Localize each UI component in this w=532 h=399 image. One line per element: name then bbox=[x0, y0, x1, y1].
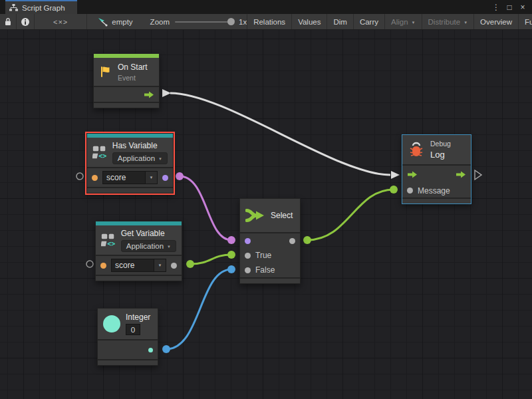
wire-endpoint[interactable] bbox=[390, 186, 398, 194]
wire-endpoint[interactable] bbox=[227, 251, 235, 259]
carry-button[interactable]: Carry bbox=[354, 14, 385, 29]
selection-icon bbox=[98, 17, 108, 27]
variable-name-input[interactable] bbox=[111, 259, 154, 272]
node-footer bbox=[98, 359, 158, 365]
value-output-port[interactable] bbox=[171, 263, 177, 269]
node-select[interactable]: Select True False bbox=[239, 198, 301, 284]
node-integer[interactable]: Integer bbox=[97, 308, 158, 366]
node-footer bbox=[96, 275, 182, 281]
name-input-port[interactable] bbox=[92, 175, 98, 181]
value-output-port[interactable] bbox=[148, 348, 153, 352]
wire-endpoint[interactable] bbox=[227, 265, 235, 273]
node-has-variable[interactable]: <> Has Variable Application ▼ ▼ bbox=[86, 133, 174, 194]
wire-integer-to-false[interactable] bbox=[166, 269, 231, 349]
window-controls: ⋮ □ × bbox=[491, 0, 532, 14]
zoom-label: Zoom bbox=[150, 18, 170, 26]
zoom-control: Zoom 1x bbox=[150, 14, 247, 29]
variables-icon: <> bbox=[92, 144, 107, 160]
integer-icon bbox=[103, 315, 120, 332]
node-subtitle: Event bbox=[118, 74, 148, 82]
node-on-start[interactable]: On Start Event bbox=[93, 53, 160, 108]
node-footer bbox=[240, 277, 300, 283]
node-title: Get Variable bbox=[121, 229, 176, 238]
dropdown-arrow-icon: ▼ bbox=[464, 21, 467, 25]
control-wire-end-arrow[interactable] bbox=[391, 171, 400, 179]
dropdown-arrow-icon: ▼ bbox=[412, 21, 416, 25]
clear-selection-button[interactable]: <×> bbox=[35, 14, 87, 29]
true-input-port[interactable] bbox=[245, 253, 251, 259]
variables-icon: <> bbox=[101, 232, 116, 248]
dim-button[interactable]: Dim bbox=[327, 14, 353, 29]
wire-onstart-to-log[interactable] bbox=[170, 93, 390, 175]
info-icon bbox=[21, 17, 30, 27]
wire-endpoint[interactable] bbox=[176, 172, 184, 180]
full-screen-button[interactable]: Full Screen bbox=[519, 14, 532, 29]
node-surtitle: Debug bbox=[430, 140, 451, 148]
control-input-port[interactable] bbox=[407, 171, 418, 178]
svg-text:<>: <> bbox=[107, 240, 115, 247]
window-menu-icon[interactable]: ⋮ bbox=[491, 3, 501, 12]
graph-toolbar: <×> empty Zoom 1x Relations Values Dim C… bbox=[0, 14, 532, 30]
window-close-icon[interactable]: × bbox=[517, 3, 528, 12]
node-title: Log bbox=[430, 150, 451, 160]
graph-canvas[interactable]: On Start Event <> bbox=[0, 30, 532, 399]
lock-icon bbox=[4, 17, 12, 26]
selection-label: empty bbox=[112, 18, 132, 26]
overview-button[interactable]: Overview bbox=[474, 14, 519, 29]
inspect-button[interactable] bbox=[17, 14, 35, 29]
selection-output-port[interactable] bbox=[289, 238, 295, 244]
values-button[interactable]: Values bbox=[292, 14, 327, 29]
variable-name-field: ▼ bbox=[102, 171, 158, 184]
wire-endpoint[interactable] bbox=[227, 236, 235, 244]
variable-name-field: ▼ bbox=[111, 259, 166, 272]
tab-title: Script Graph bbox=[22, 4, 65, 12]
name-input-port[interactable] bbox=[100, 263, 106, 269]
tab-bar: Script Graph ⋮ □ × bbox=[0, 0, 532, 14]
variable-name-input[interactable] bbox=[102, 171, 146, 184]
variable-scope-dropdown[interactable]: Application ▼ bbox=[112, 152, 168, 164]
control-wire-start-arrow[interactable] bbox=[162, 89, 171, 97]
variable-picker-button[interactable]: ▼ bbox=[154, 259, 166, 272]
control-output-port[interactable] bbox=[456, 171, 466, 178]
wire-endpoint[interactable] bbox=[186, 260, 194, 268]
wire-getvariable-to-true[interactable] bbox=[190, 255, 231, 264]
unconnected-port-triangle[interactable] bbox=[475, 170, 481, 180]
result-output-port[interactable] bbox=[162, 175, 168, 181]
graph-icon bbox=[9, 4, 18, 11]
window-maximize-icon[interactable]: □ bbox=[504, 3, 515, 12]
false-input-port[interactable] bbox=[245, 267, 251, 273]
node-title: Has Variable bbox=[112, 141, 168, 150]
dropdown-arrow-icon: ▼ bbox=[167, 245, 171, 249]
variable-scope-dropdown[interactable]: Application ▼ bbox=[121, 240, 176, 252]
selection-indicator: empty bbox=[98, 14, 132, 29]
unconnected-port-ring[interactable] bbox=[86, 261, 93, 267]
port-label-message: Message bbox=[418, 186, 450, 196]
svg-text:<>: <> bbox=[98, 152, 106, 160]
node-debug-log[interactable]: Debug Log Message bbox=[402, 134, 471, 204]
unconnected-port-ring[interactable] bbox=[76, 173, 83, 180]
variable-picker-button[interactable]: ▼ bbox=[146, 171, 158, 184]
node-title: Select bbox=[271, 211, 293, 220]
wire-hasvariable-to-select[interactable] bbox=[180, 176, 231, 240]
angle-brackets-icon: <×> bbox=[53, 18, 68, 26]
relations-button[interactable]: Relations bbox=[247, 14, 292, 29]
port-label-true: True bbox=[255, 251, 271, 260]
integer-value-input[interactable] bbox=[126, 324, 140, 335]
wire-endpoint[interactable] bbox=[303, 236, 311, 244]
port-label-false: False bbox=[255, 265, 275, 275]
node-footer bbox=[87, 187, 173, 193]
message-input-port[interactable] bbox=[407, 188, 413, 194]
node-get-variable[interactable]: <> Get Variable Application ▼ ▼ bbox=[95, 221, 182, 281]
align-button[interactable]: Align▼ bbox=[385, 14, 422, 29]
distribute-button[interactable]: Distribute▼ bbox=[422, 14, 475, 29]
control-output-port[interactable] bbox=[144, 91, 154, 98]
tab-script-graph[interactable]: Script Graph bbox=[5, 0, 77, 14]
condition-input-port[interactable] bbox=[245, 238, 251, 244]
wire-endpoint[interactable] bbox=[162, 345, 170, 353]
select-icon bbox=[245, 208, 265, 223]
node-footer bbox=[94, 102, 159, 108]
zoom-slider-handle[interactable] bbox=[227, 18, 235, 25]
zoom-slider[interactable] bbox=[175, 21, 233, 23]
lock-button[interactable] bbox=[0, 14, 17, 29]
wire-select-to-message[interactable] bbox=[307, 190, 394, 240]
